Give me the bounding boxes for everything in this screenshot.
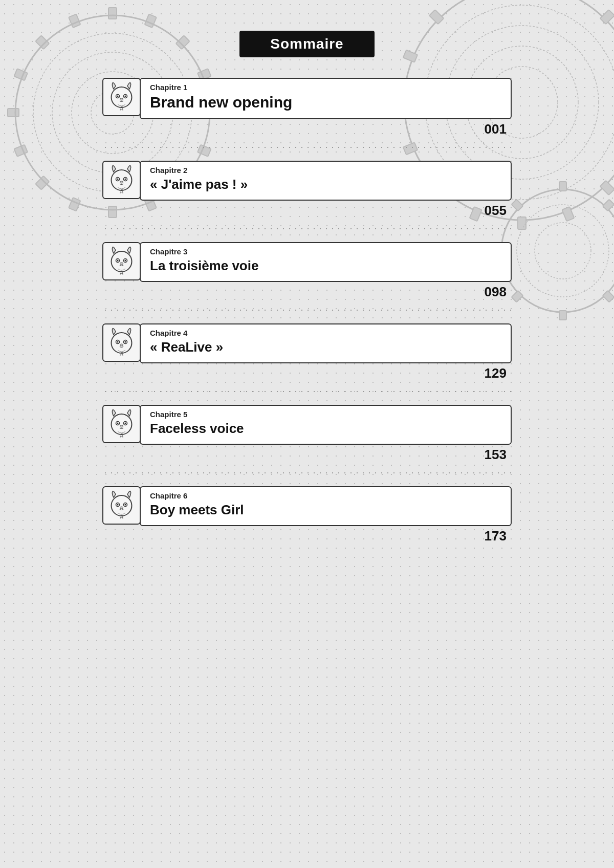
chapter-label-1: Chapitre 1 bbox=[150, 83, 500, 92]
chapter-page-number-3: 098 bbox=[102, 284, 512, 300]
svg-point-79 bbox=[125, 341, 126, 342]
chapter-page-number-5: 153 bbox=[102, 447, 512, 463]
svg-point-64 bbox=[117, 178, 119, 180]
chapter-page-number-2: 055 bbox=[102, 203, 512, 219]
svg-point-66 bbox=[120, 181, 123, 183]
svg-point-80 bbox=[120, 344, 123, 346]
chapter-label-2: Chapitre 2 bbox=[150, 166, 500, 175]
chapter-title-5: Faceless voice bbox=[150, 421, 500, 437]
chapter-title-3: La troisième voie bbox=[150, 258, 500, 274]
separator-5 bbox=[102, 471, 512, 475]
chapter-label-3: Chapitre 3 bbox=[150, 247, 500, 256]
chapter-icon-1: Д bbox=[102, 78, 141, 116]
chapter-row-6: Д Chapitre 6Boy meets Girl bbox=[102, 486, 512, 526]
chapter-row-2: Д Chapitre 2« J'aime pas ! » bbox=[102, 161, 512, 201]
separator-4 bbox=[102, 389, 512, 394]
chapter-entry-2: Д Chapitre 2« J'aime pas ! »055 bbox=[102, 161, 512, 237]
chapter-row-5: Д Chapitre 5Faceless voice bbox=[102, 405, 512, 445]
svg-text:Д: Д bbox=[120, 105, 123, 111]
chapter-box-6: Chapitre 6Boy meets Girl bbox=[140, 486, 512, 526]
chapter-entry-6: Д Chapitre 6Boy meets Girl173 bbox=[102, 486, 512, 552]
chapter-label-6: Chapitre 6 bbox=[150, 491, 500, 500]
svg-point-89 bbox=[112, 495, 132, 516]
chapter-row-3: Д Chapitre 3La troisième voie bbox=[102, 242, 512, 282]
chapter-title-4: « ReaLive » bbox=[150, 339, 500, 355]
svg-text:Д: Д bbox=[120, 188, 123, 193]
svg-point-94 bbox=[120, 507, 123, 509]
svg-point-73 bbox=[120, 263, 123, 265]
chapter-entry-1: Д Chapitre 1Brand new opening001 bbox=[102, 78, 512, 156]
svg-point-54 bbox=[112, 87, 132, 107]
separator-2 bbox=[102, 227, 512, 231]
svg-text:Д: Д bbox=[120, 514, 123, 519]
svg-point-82 bbox=[112, 414, 132, 435]
svg-point-57 bbox=[117, 95, 119, 97]
chapter-icon-5: Д bbox=[102, 405, 141, 443]
main-content: Sommaire Д Chapitre 1Brand new opening00… bbox=[0, 0, 614, 868]
svg-point-93 bbox=[125, 504, 126, 505]
svg-point-92 bbox=[117, 504, 119, 505]
svg-text:Д: Д bbox=[120, 432, 123, 438]
chapter-box-3: Chapitre 3La troisième voie bbox=[140, 242, 512, 282]
svg-point-68 bbox=[112, 251, 132, 272]
svg-point-58 bbox=[125, 95, 126, 97]
chapter-box-4: Chapitre 4« ReaLive » bbox=[140, 323, 512, 363]
chapter-icon-3: Д bbox=[102, 242, 141, 280]
svg-point-61 bbox=[112, 170, 132, 190]
svg-point-71 bbox=[117, 259, 119, 261]
svg-point-78 bbox=[117, 341, 119, 342]
chapters-list: Д Chapitre 1Brand new opening001 Д Chapi… bbox=[97, 78, 517, 557]
chapter-box-5: Chapitre 5Faceless voice bbox=[140, 405, 512, 445]
svg-text:Д: Д bbox=[120, 270, 123, 275]
chapter-box-2: Chapitre 2« J'aime pas ! » bbox=[140, 161, 512, 201]
chapter-page-number-6: 173 bbox=[102, 528, 512, 544]
svg-point-72 bbox=[125, 259, 126, 261]
chapter-icon-4: Д bbox=[102, 323, 141, 362]
svg-point-87 bbox=[120, 425, 123, 427]
separator-1 bbox=[102, 145, 512, 149]
chapter-icon-2: Д bbox=[102, 161, 141, 199]
svg-point-59 bbox=[120, 98, 123, 100]
chapter-box-1: Chapitre 1Brand new opening bbox=[140, 78, 512, 119]
chapter-page-number-1: 001 bbox=[102, 121, 512, 137]
separator-3 bbox=[102, 308, 512, 312]
svg-point-86 bbox=[125, 422, 126, 424]
page-title: Sommaire bbox=[239, 31, 374, 57]
chapter-label-5: Chapitre 5 bbox=[150, 410, 500, 419]
chapter-icon-6: Д bbox=[102, 486, 141, 525]
chapter-row-4: Д Chapitre 4« ReaLive » bbox=[102, 323, 512, 363]
chapter-page-number-4: 129 bbox=[102, 365, 512, 381]
svg-point-85 bbox=[117, 422, 119, 424]
svg-point-65 bbox=[125, 178, 126, 180]
svg-text:Д: Д bbox=[120, 351, 123, 356]
chapter-title-1: Brand new opening bbox=[150, 94, 500, 111]
chapter-title-6: Boy meets Girl bbox=[150, 502, 500, 518]
chapter-entry-5: Д Chapitre 5Faceless voice153 bbox=[102, 405, 512, 481]
chapter-label-4: Chapitre 4 bbox=[150, 329, 500, 337]
chapter-entry-4: Д Chapitre 4« ReaLive »129 bbox=[102, 323, 512, 400]
svg-point-75 bbox=[112, 333, 132, 353]
chapter-row-1: Д Chapitre 1Brand new opening bbox=[102, 78, 512, 119]
chapter-title-2: « J'aime pas ! » bbox=[150, 177, 500, 192]
chapter-entry-3: Д Chapitre 3La troisième voie098 bbox=[102, 242, 512, 318]
